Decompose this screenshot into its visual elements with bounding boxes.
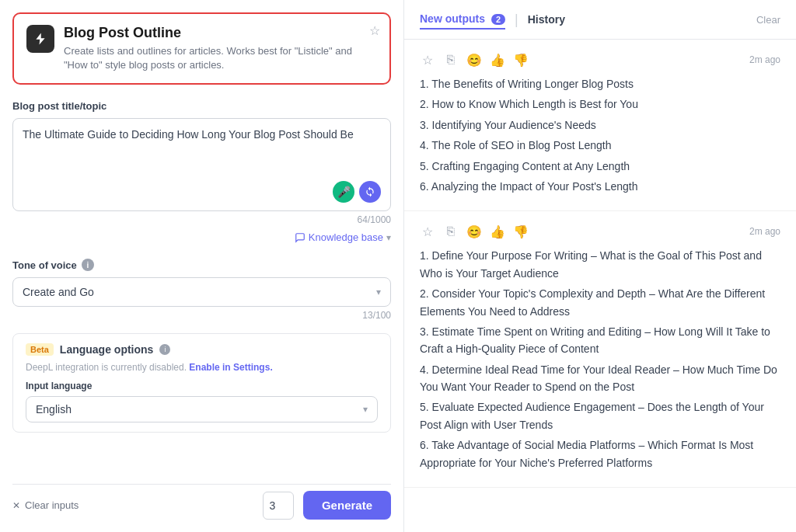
x-icon: ✕ [12,500,20,511]
tab-new-outputs[interactable]: New outputs 2 [420,9,505,30]
beta-section: Beta Language options i DeepL integratio… [12,333,391,433]
generate-button[interactable]: Generate [303,491,391,520]
enable-settings-link[interactable]: Enable in Settings. [189,362,272,373]
bottom-bar: ✕ Clear inputs Generate [12,484,391,520]
timestamp-1: 2m ago [749,54,780,65]
list-item: 5. Crafting Engaging Content at Any Leng… [420,158,780,175]
tone-info-icon: i [82,259,94,271]
list-item: 2. Consider Your Topic's Complexity and … [420,285,780,320]
right-header: New outputs 2 | History Clear [404,0,796,40]
char-count: 64/1000 [12,214,391,225]
emoji-icon-1[interactable]: 😊 [466,52,482,68]
lightning-icon [33,32,47,46]
list-item: 4. Determine Ideal Read Time for Your Id… [420,361,780,396]
thumbsup-icon-1[interactable]: 👍 [490,52,505,68]
blog-title-input[interactable]: The Ultimate Guide to Deciding How Long … [23,127,381,173]
tone-chevron-icon: ▾ [376,287,381,297]
refresh-icon [365,186,375,197]
copy-icon-1[interactable]: ⎘ [443,52,459,68]
list-item: 3. Estimate Time Spent on Writing and Ed… [420,323,780,358]
tone-section-label: Tone of voice i [12,259,391,271]
message-icon [295,232,305,243]
new-outputs-badge: 2 [491,14,505,25]
star-icon-1[interactable]: ☆ [420,52,435,68]
clear-inputs-button[interactable]: ✕ Clear inputs [12,499,79,511]
language-info-icon: i [159,344,170,355]
copy-button[interactable] [359,181,381,203]
tone-label: Tone of voice [12,259,77,271]
bookmark-icon[interactable]: ☆ [369,23,380,38]
blog-title-wrapper: The Ultimate Guide to Deciding How Long … [12,118,391,211]
tone-select[interactable]: Create and Go ▾ [12,277,391,307]
list-item: 3. Identifying Your Audience's Needs [420,116,780,134]
output-actions-2: ☆ ⎘ 😊 👍 👎 2m ago [420,224,780,239]
tab-history[interactable]: History [528,10,565,29]
star-icon-2[interactable]: ☆ [420,224,435,239]
input-lang-label: Input language [26,381,378,391]
output-actions-1: ☆ ⎘ 😊 👍 👎 2m ago [420,52,780,68]
clear-outputs-button[interactable]: Clear [756,14,780,26]
list-item: 4. The Role of SEO in Blog Post Length [420,137,780,154]
chevron-down-icon: ▾ [386,232,391,243]
thumbsdown-icon-2[interactable]: 👎 [513,224,529,239]
tool-title: Blog Post Outline [64,25,377,41]
tool-desc: Create lists and outlines for articles. … [64,44,377,72]
input-lang-value: English [36,403,72,416]
input-lang-select[interactable]: English ▾ [26,396,378,422]
list-item: 5. Evaluate Expected Audience Engagement… [420,398,780,433]
right-panel: New outputs 2 | History Clear ☆ ⎘ 😊 👍 👎 … [404,0,796,532]
mic-button[interactable]: 🎤 [333,181,354,203]
lang-chevron-icon: ▾ [363,404,368,415]
emoji-icon-2[interactable]: 😊 [466,224,482,239]
left-panel: Blog Post Outline Create lists and outli… [0,0,404,532]
output-list-2: 1. Define Your Purpose For Writing – Wha… [420,247,780,471]
output-counter-input[interactable] [263,492,294,520]
timestamp-2: 2m ago [749,226,780,237]
knowledge-base-link[interactable]: Knowledge base ▾ [12,231,391,243]
right-content: ☆ ⎘ 😊 👍 👎 2m ago 1. The Benefits of Writ… [404,40,796,532]
language-options-label: Language options [60,343,154,356]
list-item: 6. Analyzing the Impact of Your Post's L… [420,178,780,195]
tab-divider: | [515,12,518,28]
output-list-1: 1. The Benefits of Writing Longer Blog P… [420,75,780,195]
thumbsup-icon-2[interactable]: 👍 [490,224,505,239]
tool-icon [26,25,54,53]
thumbsdown-icon-1[interactable]: 👎 [513,52,529,68]
knowledge-base-label: Knowledge base [309,231,383,243]
tool-card: Blog Post Outline Create lists and outli… [12,12,391,85]
list-item: 2. How to Know Which Length is Best for … [420,96,780,113]
list-item: 1. Define Your Purpose For Writing – Wha… [420,247,780,282]
beta-header: Beta Language options i [26,343,378,356]
output-block-1: ☆ ⎘ 😊 👍 👎 2m ago 1. The Benefits of Writ… [404,40,796,211]
deepl-notice: DeepL integration is currently disabled.… [26,362,378,373]
tone-value: Create and Go [23,286,94,298]
beta-badge: Beta [26,343,54,356]
list-item: 6. Take Advantage of Social Media Platfo… [420,436,780,471]
output-block-2: ☆ ⎘ 😊 👍 👎 2m ago 1. Define Your Purpose … [404,211,796,488]
blog-title-label: Blog post title/topic [12,100,391,112]
tool-info: Blog Post Outline Create lists and outli… [64,25,377,72]
list-item: 1. The Benefits of Writing Longer Blog P… [420,75,780,92]
copy-icon-2[interactable]: ⎘ [443,224,459,239]
tone-char-count: 13/100 [12,310,391,321]
